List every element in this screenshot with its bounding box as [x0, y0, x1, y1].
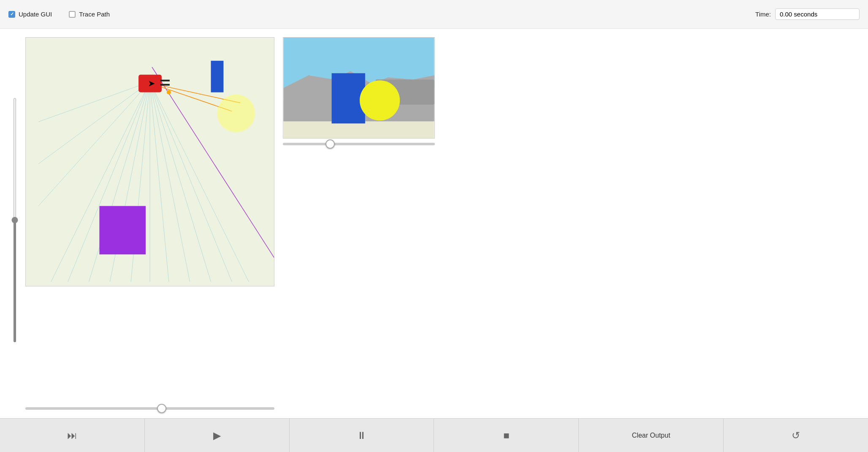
stop-button[interactable]: ■	[434, 419, 579, 452]
svg-line-6	[150, 82, 169, 282]
clear-output-label: Clear Output	[632, 432, 670, 439]
update-gui-label: Update GUI	[19, 11, 52, 18]
camera-slider[interactable]	[283, 143, 435, 145]
refresh-icon: ↺	[792, 430, 800, 441]
pause-button[interactable]: ⏸	[290, 419, 434, 452]
trace-path-checkbox[interactable]	[69, 11, 76, 18]
stop-icon: ■	[503, 430, 510, 441]
vertical-slider[interactable]	[14, 98, 16, 343]
orange-dot	[167, 90, 171, 95]
yellow-glow	[217, 95, 255, 133]
purple-box	[99, 206, 146, 255]
vertical-slider-container	[8, 37, 21, 403]
play-button[interactable]: ▶	[145, 419, 290, 452]
right-panel	[283, 37, 435, 410]
camera-view	[283, 37, 435, 139]
play-icon: ▶	[213, 430, 221, 441]
update-gui-item: Update GUI	[8, 11, 52, 18]
toolbar: Update GUI Trace Path Time:	[0, 0, 868, 29]
camera-slider-container	[283, 143, 435, 145]
robot-arrow: ➤	[148, 79, 155, 88]
trace-path-item: Trace Path	[69, 11, 110, 18]
simulation-svg: ➤	[26, 38, 274, 286]
svg-line-7	[150, 82, 190, 282]
cam-yellow-circle	[360, 80, 400, 120]
main-content: ➤	[0, 29, 868, 418]
svg-line-14	[152, 67, 274, 286]
time-input[interactable]	[775, 8, 860, 20]
clear-output-button[interactable]: Clear Output	[579, 419, 724, 452]
step-icon: ⏭	[67, 430, 77, 441]
time-label: Time:	[755, 11, 771, 18]
controls-bar: ⏭ ▶ ⏸ ■ Clear Output ↺	[0, 418, 868, 452]
update-gui-checkbox[interactable]	[8, 11, 15, 18]
trace-path-label: Trace Path	[79, 11, 110, 18]
blue-rect-top	[211, 61, 224, 93]
horizontal-slider[interactable]	[25, 407, 274, 410]
step-button[interactable]: ⏭	[0, 419, 145, 452]
sensor-line-2	[160, 84, 170, 86]
time-section: Time:	[755, 8, 860, 20]
sensor-line-1	[160, 80, 170, 82]
refresh-button[interactable]: ↺	[724, 419, 868, 452]
bottom-slider-container	[8, 407, 274, 410]
left-panel: ➤	[8, 37, 274, 410]
camera-svg	[283, 38, 434, 138]
left-panel-inner: ➤	[8, 37, 274, 403]
pause-icon: ⏸	[357, 430, 367, 441]
simulation-canvas: ➤	[25, 37, 274, 286]
svg-line-11	[38, 82, 150, 206]
